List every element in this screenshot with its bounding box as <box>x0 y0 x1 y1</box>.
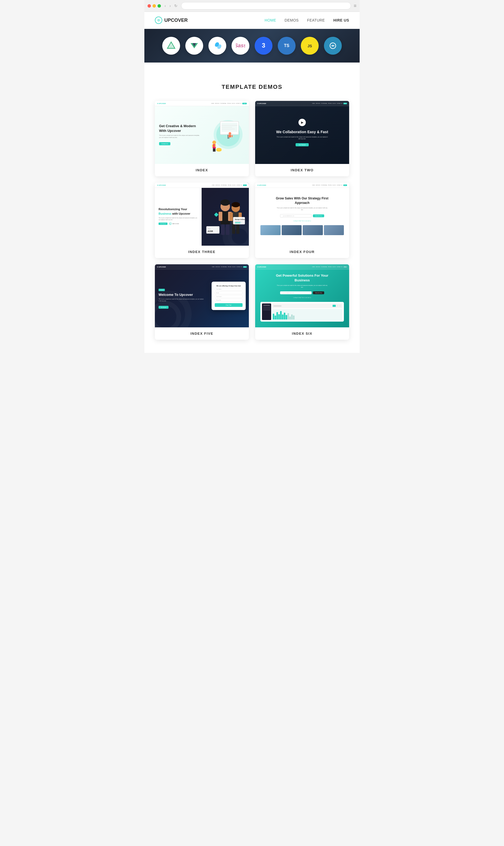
mini-nav-index6: HOMESERVICESTESTIMONIALPRICINGBLOGSCONTA… <box>312 266 347 268</box>
svg-text:Manage Software: Manage Software <box>235 219 246 220</box>
demo-label-index1: INDEX <box>155 164 249 176</box>
mini-body-index2: This is just a simple text made for this… <box>276 136 328 140</box>
tech-strip: Sass 3 TS JS <box>144 29 360 63</box>
nav-demos[interactable]: DEMOS <box>285 18 299 22</box>
demo-card-index1[interactable]: ⊙ UPCOVER HOMESERVICESTESTIMONIALPRICING… <box>155 101 249 176</box>
demo-preview-index1: ⊙ UPCOVER HOMESERVICESTESTIMONIALPRICING… <box>155 101 249 164</box>
mini-sub-btn-index4: Subscribe Now <box>313 214 324 217</box>
vue-icon[interactable] <box>185 37 203 55</box>
demo-card-index4[interactable]: ⊙ UPCOVER HOMESERVICESTESTIMONIALPRICING… <box>255 183 349 258</box>
svg-text:4158: 4158 <box>208 230 213 232</box>
tailwind-icon[interactable] <box>209 37 226 55</box>
person-illustration: Manage Software Organization ▓▓▓▓▓▓▓░░ V… <box>204 192 246 246</box>
mini-cta-index6: Hire <box>343 266 347 268</box>
svg-text:3: 3 <box>262 42 265 49</box>
mini-nav-index3: HOMESERVICESTESTIMONIALPRICINGBLOGSCONTA… <box>212 185 247 186</box>
svg-rect-23 <box>232 135 233 137</box>
photo-3 <box>303 225 323 235</box>
mini-right-index3: Manage Software Organization ▓▓▓▓▓▓▓░░ V… <box>202 183 249 246</box>
mini-btns-index3: Get Started ▶ WATCH NOW <box>159 222 198 225</box>
mini-body-index4: This is just a simple text made for this… <box>276 207 328 211</box>
svg-rect-54 <box>214 212 219 217</box>
typescript-icon[interactable]: TS <box>278 37 295 55</box>
demo-card-index3[interactable]: ⊙ UPCOVER HOMESERVICESTESTIMONIALPRICING… <box>155 183 249 258</box>
form-cta-btn: Free Trial <box>215 303 242 307</box>
mini-heading-index6: Get Powerful Solutions For Your Business <box>273 273 331 283</box>
svg-rect-38 <box>226 224 230 235</box>
svg-point-46 <box>232 202 240 207</box>
js-icon[interactable]: JS <box>301 37 319 55</box>
bar-8 <box>286 315 287 320</box>
bar-2 <box>274 315 276 320</box>
mini-header-index5: ⊙ UPCOVER HOMESERVICESTESTIMONIALPRICING… <box>155 264 249 270</box>
mini-body-index3: This is just a simple text made for this… <box>159 217 198 221</box>
mini-cta-index3: Hire <box>243 185 247 186</box>
back-button[interactable]: ‹ <box>164 3 167 8</box>
mini-logo-index1: ⊙ UPCOVER <box>157 103 166 104</box>
logo-icon: ⊙ <box>155 17 162 24</box>
demos-section: TEMPLATE DEMOS ⊙ UPCOVER HOMESERVICESTES… <box>144 70 360 353</box>
demo-label-index3: INDEX THREE <box>155 246 249 258</box>
demo-card-index2[interactable]: ⊙ UPCOVER HOMESERVICESTESTIMONIALPRICING… <box>255 101 349 176</box>
mini-subscribe-index6: youremail@domain.com Subscribe Now <box>280 291 324 294</box>
dot-green[interactable] <box>158 4 161 7</box>
bar-3 <box>276 312 278 320</box>
svg-rect-35 <box>219 212 222 221</box>
demo-card-index5[interactable]: ⊙ UPCOVER HOMESERVICESTESTIMONIALPRICING… <box>155 264 249 340</box>
svg-rect-45 <box>236 224 239 234</box>
mini-sub-btn-index6: Subscribe Now <box>313 291 324 294</box>
dash-main <box>272 304 342 320</box>
nav-feature[interactable]: FEATURE <box>307 18 325 22</box>
mini-dash-index6 <box>260 302 344 322</box>
spacer <box>144 63 360 70</box>
mini-logo-index3: ⊙ UPCOVER <box>157 185 166 186</box>
photo-1 <box>260 225 281 235</box>
mini-photo-grid-index4 <box>260 225 344 235</box>
heading-accent-index3: Business <box>159 212 172 215</box>
mini-logo-index5: ⊙ UPCOVER <box>157 266 166 268</box>
logo[interactable]: ⊙ UPCOVER <box>155 17 188 24</box>
svg-rect-44 <box>232 224 235 234</box>
svg-rect-22 <box>228 135 230 137</box>
mini-cta-index2: Hire <box>343 103 347 104</box>
mini-header-index2: ⊙ UPCOVER HOMESERVICESTESTIMONIALPRICING… <box>255 101 349 106</box>
mini-logo-index4: ⊙ UPCOVER <box>257 185 266 186</box>
url-bar[interactable] <box>181 2 351 10</box>
mini-nav-index4: HOMESERVICESTESTIMONIALPRICINGBLOGSCONTA… <box>312 185 347 186</box>
mini-text-index1: Get Creative & Modern With Upcover This … <box>159 124 200 145</box>
mini-help-index4: Looking for Help? Get in touch with us <box>293 220 311 222</box>
mini-logo-index2: ⊙ UPCOVER <box>257 103 266 104</box>
bar-5 <box>280 311 282 320</box>
mini-email-input-index6: youremail@domain.com <box>280 291 311 294</box>
demo-card-index6[interactable]: ⊙ UPCOVER HOMESERVICESTESTIMONIALPRICING… <box>255 264 349 340</box>
dot-red[interactable] <box>147 4 151 7</box>
nav-home[interactable]: HOME <box>265 18 276 22</box>
mini-left-index3: Revolutionizing Your Business with Upcov… <box>155 183 202 246</box>
mini-nav-index5: HOMESERVICESTESTIMONIALPRICINGBLOGSCONTA… <box>212 266 247 268</box>
mini-help-index6: Looking for Help? Get in touch with us <box>293 297 311 298</box>
dash-logo-bar <box>263 305 270 306</box>
play-circle-index3: ▶ <box>169 222 172 225</box>
mini-subscribe-index4: youremail@domain.com Subscribe Now <box>280 214 324 218</box>
css3-icon[interactable]: 3 <box>255 37 272 55</box>
browser-chrome: ‹ › ↻ ≡ <box>144 0 360 12</box>
yarn-icon[interactable] <box>324 37 342 55</box>
dash-chart <box>272 309 342 320</box>
dash-btn-2 <box>336 305 338 307</box>
demo-label-index2: INDEX TWO <box>255 164 349 176</box>
svg-text:Sass: Sass <box>236 42 245 48</box>
demo-label-index4: INDEX FOUR <box>255 246 349 258</box>
dot-yellow[interactable] <box>152 4 156 7</box>
forward-button[interactable]: › <box>168 3 172 8</box>
demos-grid: ⊙ UPCOVER HOMESERVICESTESTIMONIALPRICING… <box>155 101 349 340</box>
mini-logo-index6: ⊙ UPCOVER <box>257 266 266 268</box>
sass-icon[interactable]: Sass <box>232 37 249 55</box>
nav-hire-us[interactable]: HIRE US <box>334 18 349 22</box>
heading-rest-index3: with Upcover <box>172 212 190 215</box>
nuxt-icon[interactable] <box>162 37 180 55</box>
mini-cta-btn-index1: Contact Us <box>159 142 170 145</box>
form-field-phone: Phone No.: <box>215 299 242 301</box>
mini-body-index6: This is just a simple text made for this… <box>276 285 328 289</box>
refresh-button[interactable]: ↻ <box>173 3 179 8</box>
menu-icon[interactable]: ≡ <box>354 3 357 9</box>
